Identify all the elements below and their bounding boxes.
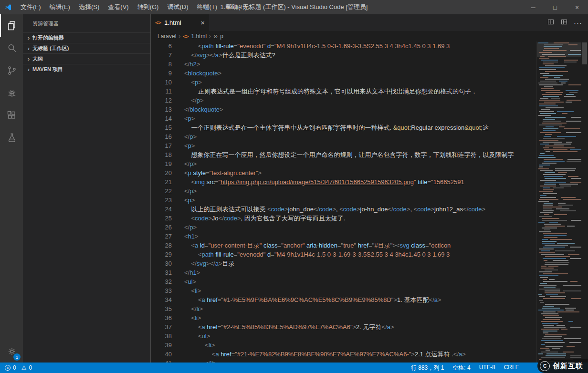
line-number[interactable]: 24 xyxy=(151,205,172,214)
code-line[interactable]: 9<blockquote> xyxy=(151,69,536,78)
menu-item[interactable]: 文件(F) xyxy=(16,0,45,14)
code-line[interactable]: 14<p> xyxy=(151,114,536,123)
search-icon[interactable] xyxy=(0,37,23,59)
code-line[interactable]: 38 <ul> xyxy=(151,332,536,341)
minimize-button[interactable]: ─ xyxy=(522,0,544,14)
code-line[interactable]: 19</p> xyxy=(151,159,536,168)
code-line[interactable]: 25 <code>Jo</code>, 因为它包含了大写的字母而且太短了. xyxy=(151,214,536,223)
code-line[interactable]: 8</h2> xyxy=(151,60,536,69)
line-number[interactable]: 14 xyxy=(151,114,172,123)
line-number[interactable]: 19 xyxy=(151,159,172,168)
code-line[interactable]: 32<ul> xyxy=(151,277,536,286)
line-number[interactable]: 39 xyxy=(151,341,172,350)
menu-item[interactable]: 调试(D) xyxy=(163,0,192,14)
code-line[interactable]: 31</h1> xyxy=(151,268,536,277)
line-number[interactable]: 11 xyxy=(151,87,172,96)
line-number[interactable]: 32 xyxy=(151,277,172,286)
menu-item[interactable]: 查看(V) xyxy=(104,0,133,14)
breadcrumb-item[interactable]: 1.html xyxy=(191,33,207,40)
line-number[interactable]: 36 xyxy=(151,313,172,322)
code-line[interactable]: 23<p> xyxy=(151,196,536,205)
extensions-icon[interactable] xyxy=(0,104,23,126)
test-flask-icon[interactable] xyxy=(0,126,23,149)
line-number[interactable]: 13 xyxy=(151,105,172,114)
line-number[interactable]: 34 xyxy=(151,295,172,304)
settings-gear-icon[interactable]: 1 xyxy=(0,340,23,363)
line-number[interactable]: 21 xyxy=(151,177,172,186)
code-line[interactable]: 16</p> xyxy=(151,132,536,141)
tab-close-icon[interactable]: × xyxy=(200,19,205,27)
code-line[interactable]: 33 <li> xyxy=(151,286,536,295)
line-number[interactable]: 38 xyxy=(151,332,172,341)
code-line[interactable]: 36 <li> xyxy=(151,313,536,322)
line-number[interactable]: 31 xyxy=(151,268,172,277)
line-number[interactable]: 37 xyxy=(151,322,172,332)
line-number[interactable]: 29 xyxy=(151,250,172,259)
status-indentation[interactable]: 空格: 4 xyxy=(452,364,470,372)
run-debug-icon[interactable] xyxy=(0,82,23,104)
menu-item[interactable]: 终端(T) xyxy=(192,0,221,14)
code-line[interactable]: 18 想象你正在写一个应用，然后你想设定一个用户命名的规则，让用户名包含字符，数… xyxy=(151,150,536,159)
code-line[interactable]: 35 </li> xyxy=(151,304,536,313)
code-line[interactable]: 26</p> xyxy=(151,223,536,232)
close-button[interactable]: × xyxy=(566,0,588,14)
code-line[interactable]: 12 </p> xyxy=(151,96,536,105)
code-line[interactable]: 27<h1> xyxy=(151,232,536,241)
line-number[interactable]: 16 xyxy=(151,132,172,141)
code-line[interactable]: 29 <path fill-rule="evenodd" d="M4 9h1v1… xyxy=(151,250,536,259)
code-line[interactable]: 41 </li> xyxy=(151,359,536,363)
code-line[interactable]: 24 以上的正则表达式可以接受 <code>john_doe</code>, <… xyxy=(151,205,536,214)
code-line[interactable]: 15 一个正则表达式是在一个主体字符串中从左到右匹配字符串时的一种样式. &qu… xyxy=(151,123,536,132)
code-line[interactable]: 6 <path fill-rule="evenodd" d="M4 9h1v1H… xyxy=(151,41,536,51)
sidebar-section[interactable]: ›MAVEN 项目 xyxy=(23,64,150,74)
code-line[interactable]: 21 <img src="https://img.php.cn/upload/i… xyxy=(151,177,536,186)
line-number[interactable]: 20 xyxy=(151,168,172,177)
code-line[interactable]: 20<p style="text-align:center"> xyxy=(151,168,536,177)
status-encoding[interactable]: UTF-8 xyxy=(479,364,495,372)
line-number[interactable]: 35 xyxy=(151,304,172,313)
line-number[interactable]: 12 xyxy=(151,96,172,105)
status-eol[interactable]: CRLF xyxy=(504,364,519,372)
problems-status[interactable]: × 0 ⚠ 0 xyxy=(5,364,32,371)
maximize-button[interactable]: □ xyxy=(544,0,566,14)
line-number[interactable]: 17 xyxy=(151,141,172,150)
line-number[interactable]: 27 xyxy=(151,232,172,241)
customize-layout-icon[interactable] xyxy=(560,18,568,28)
code-line[interactable]: 11 正则表达式是一组由字母和符号组成的特殊文本，它可以用来从文本中找出满足你想… xyxy=(151,87,536,96)
line-number[interactable]: 9 xyxy=(151,69,172,78)
line-number[interactable]: 10 xyxy=(151,78,172,87)
sidebar-section[interactable]: ›无标题 (工作区) xyxy=(23,43,150,53)
code-line[interactable]: 7 </svg></a>什么是正则表达式? xyxy=(151,51,536,60)
menu-item[interactable]: 选择(S) xyxy=(74,0,104,14)
breadcrumb-item[interactable]: Laravel xyxy=(158,33,176,40)
code-line[interactable]: 30 </svg></a>目录 xyxy=(151,259,536,268)
code-line[interactable]: 10 <p> xyxy=(151,78,536,87)
more-actions-icon[interactable]: ··· xyxy=(574,19,582,26)
line-number[interactable]: 6 xyxy=(151,41,172,51)
minimap[interactable] xyxy=(536,41,581,363)
line-number[interactable]: 26 xyxy=(151,223,172,232)
line-number[interactable]: 15 xyxy=(151,123,172,132)
scrollbar-thumb[interactable] xyxy=(582,42,587,64)
line-number[interactable]: 8 xyxy=(151,60,172,69)
code-line[interactable]: 34 <a href="#1-%E5%9F%BA%E6%9C%AC%E5%8C%… xyxy=(151,295,536,304)
line-number[interactable]: 28 xyxy=(151,241,172,250)
explorer-icon[interactable] xyxy=(0,14,23,37)
code-line[interactable]: 17<p> xyxy=(151,141,536,150)
code-line[interactable]: 39 <li> xyxy=(151,341,536,350)
code-line[interactable]: 13</blockquote> xyxy=(151,105,536,114)
code-line[interactable]: 40 <a href="#21-%E7%82%B9%E8%BF%90%E7%AE… xyxy=(151,350,536,359)
line-number[interactable]: 25 xyxy=(151,214,172,223)
status-cursor-position[interactable]: 行 883，列 1 xyxy=(411,364,444,372)
line-number[interactable]: 41 xyxy=(151,359,172,363)
line-number[interactable]: 33 xyxy=(151,286,172,295)
menu-item[interactable]: 编辑(E) xyxy=(45,0,74,14)
sidebar-section[interactable]: ›打开的编辑器 xyxy=(23,32,150,43)
source-control-icon[interactable] xyxy=(0,59,23,82)
line-number[interactable]: 7 xyxy=(151,51,172,60)
code-line[interactable]: 28 <a id="user-content-目录" class="anchor… xyxy=(151,241,536,250)
line-number[interactable]: 30 xyxy=(151,259,172,268)
line-number[interactable]: 40 xyxy=(151,350,172,359)
menu-item[interactable]: 转到(G) xyxy=(133,0,163,14)
breadcrumb-item[interactable]: p xyxy=(220,33,223,40)
